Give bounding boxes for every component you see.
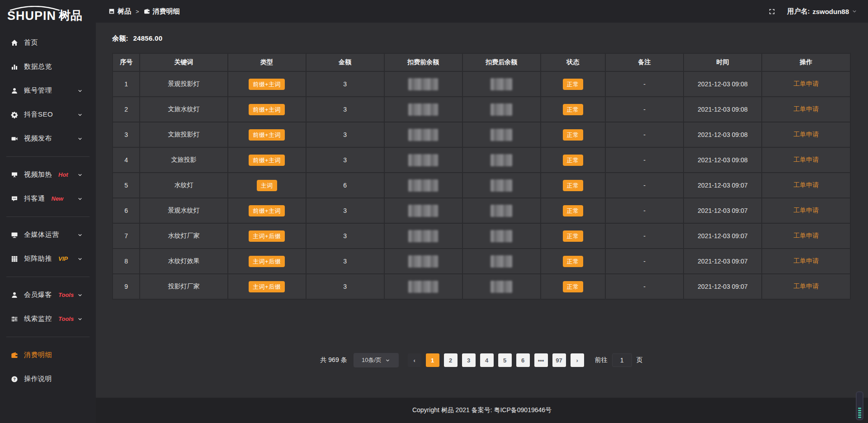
status-badge: 正常 xyxy=(563,180,583,191)
sidebar-item-member-baoke[interactable]: 会员爆客Tools xyxy=(0,283,96,307)
type-badge: 前缀+主词 xyxy=(249,104,285,115)
work-order-link[interactable]: 工单申请 xyxy=(793,105,819,113)
cell-amount: 3 xyxy=(306,122,384,147)
work-order-link[interactable]: 工单申请 xyxy=(793,207,819,214)
sidebar-item-home[interactable]: 首页 xyxy=(0,31,96,55)
table-row: 1景观投影灯前缀+主词3正常-2021-12-03 09:08工单申请 xyxy=(113,71,850,97)
status-badge: 正常 xyxy=(563,79,583,90)
sidebar-item-tag: Tools xyxy=(58,291,74,298)
sidebar-divider xyxy=(6,216,90,217)
cell-type: 前缀+主词 xyxy=(228,198,306,223)
scroll-indicator-widget[interactable] xyxy=(856,391,863,420)
cell-action: 工单申请 xyxy=(762,198,850,223)
sidebar-item-label: 线索监控 xyxy=(24,315,52,323)
fullscreen-icon[interactable] xyxy=(769,8,775,15)
prev-page-button[interactable]: ‹ xyxy=(408,353,421,367)
screen-icon xyxy=(11,171,18,179)
sidebar-item-video-heat[interactable]: 视频加热Hot xyxy=(0,163,96,187)
cell-note: - xyxy=(605,71,684,97)
censored-value xyxy=(491,154,512,166)
sidebar-item-tag: New xyxy=(52,195,64,202)
chevron-down-icon xyxy=(77,196,83,202)
page-size-select[interactable]: 10条/页 xyxy=(354,353,399,367)
balance-label: 余额: xyxy=(112,34,128,42)
work-order-link[interactable]: 工单申请 xyxy=(793,181,819,188)
censored-value xyxy=(408,255,438,268)
sidebar-item-video-publish[interactable]: 视频发布 xyxy=(0,127,96,150)
chevron-down-icon xyxy=(385,358,390,363)
work-order-link[interactable]: 工单申请 xyxy=(793,131,819,138)
sidebar-item-operation-guide[interactable]: ?操作说明 xyxy=(0,367,96,391)
copyright-text: Copyright 树品 2021 备案号: 粤ICP备09019646号 xyxy=(412,406,552,414)
work-order-link[interactable]: 工单申请 xyxy=(793,80,819,87)
sidebar-item-douyin-seo[interactable]: 抖音SEO xyxy=(0,103,96,127)
censored-value xyxy=(408,103,438,116)
sidebar-nav: 首页数据总览账号管理抖音SEO视频发布视频加热Hot抖客通New全媒体运营矩阵助… xyxy=(0,27,96,423)
topbar: 树品 > 消费明细 用户名: zswodun88 xyxy=(96,0,868,23)
cell-amount: 3 xyxy=(306,249,384,274)
cell-time: 2021-12-03 09:07 xyxy=(684,274,762,299)
next-page-button[interactable]: › xyxy=(571,353,584,367)
logo-text-en: SHUPIN xyxy=(7,9,56,23)
sidebar-item-data-overview[interactable]: 数据总览 xyxy=(0,55,96,79)
monitor-icon xyxy=(11,231,18,239)
column-header: 扣费前余额 xyxy=(384,53,462,71)
logo-text-cn: 树品 xyxy=(59,4,82,24)
wallet-icon xyxy=(11,352,18,359)
breadcrumb-item-current[interactable]: 消费明细 xyxy=(144,7,180,16)
cell-time: 2021-12-03 09:07 xyxy=(684,173,762,198)
cell-status: 正常 xyxy=(541,173,606,198)
type-badge: 主词 xyxy=(257,180,277,191)
censored-value xyxy=(408,78,438,90)
breadcrumb-item-root[interactable]: 树品 xyxy=(108,7,131,16)
censored-value xyxy=(408,179,438,192)
cell-amount: 3 xyxy=(306,274,384,299)
cell-note: - xyxy=(605,97,684,122)
column-header: 关键词 xyxy=(140,53,227,71)
more-pages-button[interactable]: ••• xyxy=(534,353,548,367)
sidebar-item-label: 操作说明 xyxy=(24,375,52,383)
sidebar-item-matrix-boost[interactable]: 矩阵助推VIP xyxy=(0,247,96,271)
censored-value xyxy=(491,205,512,217)
cell-after-balance xyxy=(462,147,541,173)
page-button-4[interactable]: 4 xyxy=(480,353,494,367)
breadcrumb-label: 树品 xyxy=(118,7,131,16)
work-order-link[interactable]: 工单申请 xyxy=(793,156,819,163)
home-icon xyxy=(11,39,18,47)
sidebar-item-consume-detail[interactable]: 消费明细 xyxy=(0,343,96,367)
work-order-link[interactable]: 工单申请 xyxy=(793,282,819,290)
page-button-1[interactable]: 1 xyxy=(426,353,439,367)
user-menu[interactable]: 用户名: zswodun88 xyxy=(787,7,857,16)
goto-page-input[interactable] xyxy=(612,353,632,367)
cell-time: 2021-12-03 09:07 xyxy=(684,249,762,274)
page-button-5[interactable]: 5 xyxy=(498,353,512,367)
cell-status: 正常 xyxy=(541,122,606,147)
cell-type: 前缀+主词 xyxy=(228,97,306,122)
sidebar-item-all-media[interactable]: 全媒体运营 xyxy=(0,223,96,247)
cell-status: 正常 xyxy=(541,71,606,97)
status-badge: 正常 xyxy=(563,256,583,267)
logo-arc xyxy=(8,6,61,11)
page-button-3[interactable]: 3 xyxy=(462,353,476,367)
sidebar-item-clue-monitor[interactable]: 线索监控Tools xyxy=(0,307,96,331)
cell-index: 7 xyxy=(113,223,140,249)
breadcrumb: 树品 > 消费明细 xyxy=(108,7,180,16)
goto-label: 前往 xyxy=(595,356,608,364)
pagination: 共 969 条 10条/页 ‹ 123456•••97 › 前往 页 xyxy=(112,353,851,367)
cell-amount: 3 xyxy=(306,71,384,97)
cell-type: 前缀+主词 xyxy=(228,122,306,147)
sidebar-item-account-manage[interactable]: 账号管理 xyxy=(0,79,96,103)
work-order-link[interactable]: 工单申请 xyxy=(793,257,819,264)
page-button-6[interactable]: 6 xyxy=(516,353,530,367)
page-button-2[interactable]: 2 xyxy=(444,353,458,367)
work-order-link[interactable]: 工单申请 xyxy=(793,232,819,239)
column-header: 扣费后余额 xyxy=(462,53,541,71)
page-button-97[interactable]: 97 xyxy=(552,353,566,367)
type-badge: 前缀+主词 xyxy=(249,205,285,216)
cell-note: - xyxy=(605,249,684,274)
table-row: 6景观水纹灯前缀+主词3正常-2021-12-03 09:07工单申请 xyxy=(113,198,850,223)
sidebar-item-label: 全媒体运营 xyxy=(24,230,59,239)
sidebar-item-douketong[interactable]: 抖客通New xyxy=(0,187,96,211)
column-header: 备注 xyxy=(605,53,684,71)
cell-note: - xyxy=(605,223,684,249)
